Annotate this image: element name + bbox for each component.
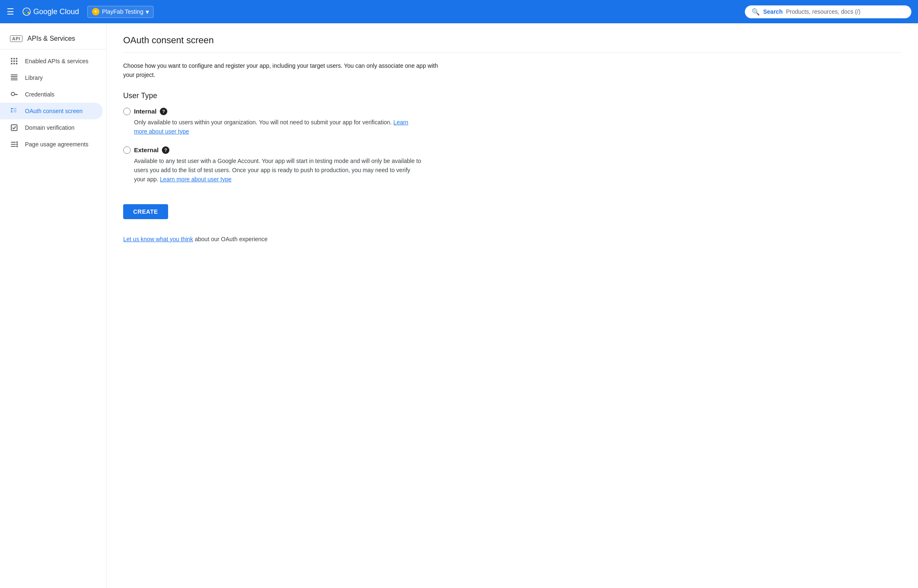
svg-point-36 — [16, 146, 18, 147]
search-icon: 🔍 — [752, 8, 760, 16]
svg-rect-31 — [11, 142, 16, 143]
svg-point-7 — [11, 60, 12, 62]
library-icon — [10, 74, 18, 82]
sidebar-item-oauth-consent[interactable]: OAuth consent screen — [0, 103, 103, 119]
project-name: PlayFab Testing — [102, 8, 143, 15]
search-placeholder: Products, resources, docs (/) — [786, 8, 861, 15]
internal-label: Internal — [134, 108, 156, 115]
sidebar-item-label: Library — [25, 74, 43, 81]
page-description: Choose how you want to configure and reg… — [123, 61, 439, 80]
sidebar-item-label: Enabled APIs & services — [25, 58, 89, 64]
svg-rect-24 — [14, 108, 15, 109]
svg-rect-20 — [15, 94, 16, 95]
settings-list-icon — [10, 140, 18, 148]
main-layout: API APIs & Services Enabled APIs & servi… — [0, 23, 918, 588]
svg-point-5 — [13, 58, 15, 59]
svg-rect-16 — [11, 74, 17, 75]
sidebar-item-domain-verification[interactable]: Domain verification — [0, 119, 103, 136]
external-description: Available to any test user with a Google… — [123, 156, 423, 184]
internal-radio[interactable] — [123, 108, 131, 115]
feedback-suffix: about our OAuth experience — [193, 236, 268, 242]
external-help-icon[interactable]: ? — [162, 146, 169, 154]
svg-point-0 — [23, 8, 30, 15]
svg-rect-21 — [11, 108, 13, 109]
svg-point-2 — [27, 12, 30, 14]
sidebar-item-library[interactable]: Library — [0, 69, 103, 86]
internal-help-icon[interactable]: ? — [160, 108, 167, 115]
svg-point-6 — [16, 58, 17, 59]
svg-rect-23 — [11, 111, 12, 112]
svg-rect-26 — [14, 111, 15, 112]
svg-rect-25 — [14, 110, 15, 111]
sidebar-title: APIs & Services — [27, 35, 75, 42]
svg-point-12 — [16, 63, 17, 64]
sidebar-item-label: Domain verification — [25, 124, 74, 131]
svg-point-11 — [13, 63, 15, 64]
radio-option-internal: Internal ? Only available to users withi… — [123, 108, 901, 143]
chevron-down-icon: ▾ — [146, 8, 149, 16]
key-icon — [10, 90, 18, 99]
radio-option-external: External ? Available to any test user wi… — [123, 146, 901, 191]
svg-point-8 — [13, 60, 15, 62]
external-learn-more-link[interactable]: Learn more about user type — [160, 176, 231, 183]
menu-icon[interactable]: ☰ — [7, 7, 14, 17]
svg-rect-14 — [11, 78, 17, 79]
svg-rect-29 — [15, 111, 16, 112]
project-icon: ✦ — [92, 8, 99, 15]
svg-point-10 — [11, 63, 12, 64]
svg-rect-32 — [11, 144, 16, 145]
sidebar-header: API APIs & Services — [0, 30, 106, 49]
svg-rect-22 — [11, 110, 12, 111]
external-label: External — [134, 146, 159, 153]
sidebar-item-label: OAuth consent screen — [25, 108, 83, 114]
svg-point-1 — [26, 10, 28, 12]
user-type-radio-group: Internal ? Only available to users withi… — [123, 108, 901, 194]
internal-description: Only available to users within your orga… — [123, 118, 423, 136]
oauth-icon — [10, 107, 18, 115]
svg-rect-13 — [11, 79, 17, 80]
project-selector[interactable]: ✦ PlayFab Testing ▾ — [87, 6, 154, 18]
sidebar-item-label: Credentials — [25, 91, 55, 98]
google-cloud-logo-icon — [22, 7, 31, 16]
search-label: Search — [763, 8, 783, 15]
checkbox-icon — [10, 124, 18, 132]
feedback-section: Let us know what you think about our OAu… — [123, 236, 901, 242]
main-content: OAuth consent screen Choose how you want… — [107, 23, 918, 588]
top-navigation: ☰ Google Cloud ✦ PlayFab Testing ▾ 🔍 Sea… — [0, 0, 918, 23]
svg-point-3 — [24, 12, 26, 14]
svg-rect-19 — [17, 94, 17, 95]
sidebar-item-enabled-apis[interactable]: Enabled APIs & services — [0, 53, 103, 69]
external-radio[interactable] — [123, 146, 131, 154]
feedback-link[interactable]: Let us know what you think — [123, 236, 193, 242]
logo-text: Google Cloud — [33, 7, 79, 16]
user-type-title: User Type — [123, 91, 901, 100]
svg-rect-30 — [11, 125, 17, 131]
google-cloud-logo: Google Cloud — [22, 7, 79, 16]
sidebar-item-label: Page usage agreements — [25, 141, 89, 148]
sidebar: API APIs & Services Enabled APIs & servi… — [0, 23, 107, 588]
svg-rect-15 — [11, 76, 17, 77]
svg-point-9 — [16, 60, 17, 62]
svg-rect-33 — [11, 146, 16, 147]
svg-point-4 — [11, 58, 12, 59]
create-button[interactable]: CREATE — [123, 204, 168, 219]
sidebar-item-page-usage[interactable]: Page usage agreements — [0, 136, 103, 153]
internal-label-row: Internal ? — [123, 108, 901, 115]
svg-rect-27 — [15, 108, 16, 109]
svg-point-34 — [16, 141, 18, 143]
grid-icon — [10, 57, 18, 65]
search-bar[interactable]: 🔍 Search Products, resources, docs (/) — [745, 5, 911, 18]
external-label-row: External ? — [123, 146, 901, 154]
svg-point-35 — [16, 143, 18, 145]
api-badge: API — [10, 35, 22, 42]
svg-point-17 — [11, 92, 15, 96]
page-title: OAuth consent screen — [123, 35, 901, 53]
svg-rect-28 — [15, 110, 16, 111]
sidebar-item-credentials[interactable]: Credentials — [0, 86, 103, 103]
